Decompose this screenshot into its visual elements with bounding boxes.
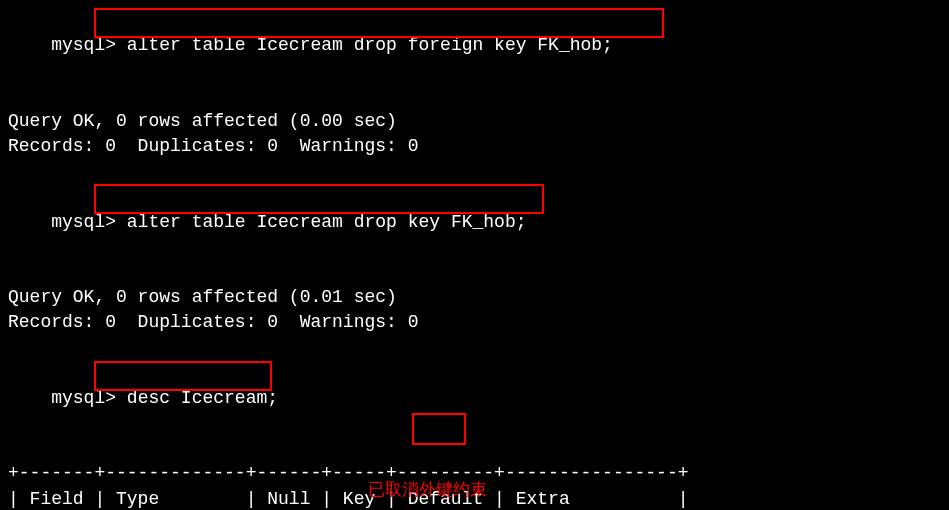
blank-line — [8, 159, 941, 184]
highlight-box-3 — [94, 361, 272, 391]
blank-line — [8, 335, 941, 360]
highlight-box-empty-key — [412, 413, 466, 445]
highlight-box-1 — [94, 8, 664, 38]
sql-command-1[interactable]: alter table Icecream drop foreign key FK… — [127, 35, 613, 55]
mysql-prompt: mysql> — [51, 388, 116, 408]
query-result-2: Query OK, 0 rows affected (0.01 sec) — [8, 285, 941, 310]
annotation-text: 已取消外键约束 — [368, 479, 487, 503]
highlight-box-2 — [94, 184, 544, 214]
records-result-1: Records: 0 Duplicates: 0 Warnings: 0 — [8, 134, 941, 159]
sql-command-3[interactable]: desc Icecream; — [127, 388, 278, 408]
query-result-1: Query OK, 0 rows affected (0.00 sec) — [8, 109, 941, 134]
sql-command-2[interactable]: alter table Icecream drop key FK_hob; — [127, 212, 527, 232]
mysql-prompt: mysql> — [51, 212, 116, 232]
mysql-prompt: mysql> — [51, 35, 116, 55]
command-line-3: mysql> desc Icecream; — [8, 361, 941, 462]
command-line-1: mysql> alter table Icecream drop foreign… — [8, 8, 941, 109]
records-result-2: Records: 0 Duplicates: 0 Warnings: 0 — [8, 310, 941, 335]
terminal-output: mysql> alter table Icecream drop foreign… — [8, 8, 941, 510]
command-line-2: mysql> alter table Icecream drop key FK_… — [8, 184, 941, 285]
